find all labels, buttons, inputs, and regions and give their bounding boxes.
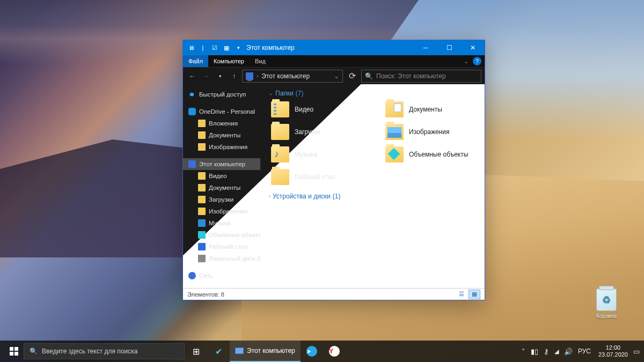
- video-icon: [198, 172, 206, 180]
- sidebar-pc-downloads[interactable]: Загрузки: [183, 194, 260, 205]
- tray-network-icon[interactable]: ◢: [554, 348, 559, 355]
- start-button[interactable]: [4, 341, 24, 362]
- tray-language[interactable]: РУС: [578, 348, 591, 355]
- group-header-folders[interactable]: ⌄ Папки (7): [267, 88, 478, 101]
- star-icon: [188, 91, 196, 98]
- folder-videos[interactable]: Видео: [271, 101, 364, 117]
- pc-icon: [188, 160, 196, 168]
- refresh-button[interactable]: ⟳: [345, 70, 359, 83]
- folder-documents[interactable]: Документы: [385, 101, 478, 117]
- sidebar-pc-localdisk[interactable]: Локальный диск (C:): [183, 253, 260, 264]
- nav-toolbar: ← → ▾ ↑ › Этот компьютер ⌄ ⟳ 🔍 Поиск: Эт…: [183, 67, 485, 84]
- ribbon-tab-file[interactable]: Файл: [183, 55, 208, 67]
- sidebar-pc-videos[interactable]: Видео: [183, 170, 260, 182]
- search-box[interactable]: 🔍 Поиск: Этот компьютер: [361, 70, 481, 83]
- qat-dropdown-icon[interactable]: ▾: [233, 43, 243, 53]
- task-view-button[interactable]: ⊞: [185, 341, 207, 362]
- folder-icon: [271, 169, 289, 185]
- status-item-count: Элементов: 8: [187, 291, 224, 298]
- folder-icon: [198, 131, 206, 139]
- content-pane: ⌄ Папки (7) Видео Документы Загрузки Изо…: [260, 84, 485, 288]
- folder-desktop[interactable]: Рабочий стол: [271, 169, 364, 185]
- ribbon-tab-computer[interactable]: Компьютер: [208, 55, 250, 67]
- nav-forward-button[interactable]: →: [200, 70, 212, 83]
- taskbar-todo-icon[interactable]: ✔: [207, 341, 230, 362]
- folder-icon: [271, 124, 289, 140]
- help-icon[interactable]: ?: [473, 57, 481, 65]
- folder-icon: [385, 124, 404, 140]
- taskbar-app-explorer[interactable]: Этот компьютер: [230, 341, 301, 362]
- search-icon: 🔍: [365, 72, 373, 80]
- sidebar-pc-music[interactable]: Музыка: [183, 217, 260, 229]
- cube-icon: [198, 231, 206, 239]
- svg-rect-2: [10, 352, 13, 356]
- ribbon-tab-view[interactable]: Вид: [250, 55, 271, 67]
- windows-icon: [10, 347, 18, 356]
- ribbon-tabs: Файл Компьютер Вид ⌄ ?: [183, 55, 485, 67]
- taskbar: 🔍 Введите здесь текст для поиска ⊞ ✔ Это…: [0, 341, 644, 362]
- folder-pictures[interactable]: Изображения: [385, 124, 478, 140]
- navigation-pane: Быстрый доступ OneDrive - Personal Вложе…: [183, 84, 260, 288]
- close-button[interactable]: ✕: [461, 40, 485, 55]
- pc-mini-icon: 🖥: [186, 43, 196, 53]
- sidebar-pc-documents[interactable]: Документы: [183, 182, 260, 194]
- system-tray: ˄ ▮▯ ⚷ ◢ 🔊 РУС 12:00 23.07.2020 ▭: [522, 344, 640, 358]
- tray-volume-icon[interactable]: 🔊: [564, 348, 573, 356]
- quick-access-toolbar: 🖥 | ☑ ▦ ▾: [186, 43, 243, 53]
- tray-notifications-icon[interactable]: ▭: [633, 348, 640, 356]
- tray-clock[interactable]: 12:00 23.07.2020: [598, 344, 628, 358]
- group-header-devices[interactable]: › Устройства и диски (1): [267, 193, 478, 200]
- sidebar-pc-desktop[interactable]: Рабочий стол: [183, 241, 260, 253]
- qat-newfolder-icon[interactable]: ▦: [222, 43, 231, 53]
- sidebar-network[interactable]: Сеть: [183, 270, 260, 282]
- search-placeholder: Поиск: Этот компьютер: [376, 72, 446, 80]
- tray-chevron-up-icon[interactable]: ˄: [522, 348, 525, 356]
- tray-date: 23.07.2020: [598, 351, 628, 358]
- search-icon: 🔍: [30, 348, 38, 355]
- disk-icon: [198, 255, 206, 262]
- nav-recent-dropdown[interactable]: ▾: [214, 70, 226, 83]
- folder-icon: [198, 143, 206, 151]
- taskbar-yandex-icon[interactable]: Y: [323, 341, 346, 362]
- address-bar[interactable]: › Этот компьютер ⌄: [242, 70, 343, 83]
- sidebar-od-attachments[interactable]: Вложения: [183, 117, 260, 129]
- sidebar-od-pictures[interactable]: Изображения: [183, 141, 260, 153]
- sidebar-pc-pictures[interactable]: Изображения: [183, 205, 260, 217]
- sidebar-od-documents[interactable]: Документы: [183, 129, 260, 141]
- sidebar-quick-access[interactable]: Быстрый доступ: [183, 88, 260, 100]
- nav-up-button[interactable]: ↑: [228, 70, 240, 83]
- taskbar-telegram-icon[interactable]: ➤: [301, 341, 323, 362]
- music-icon: [198, 219, 206, 227]
- sidebar-onedrive[interactable]: OneDrive - Personal: [183, 106, 260, 117]
- titlebar[interactable]: 🖥 | ☑ ▦ ▾ Этот компьютер ─ ☐ ✕: [183, 40, 485, 55]
- view-details-button[interactable]: ☰: [456, 290, 467, 299]
- folder-icon: [198, 196, 206, 203]
- nav-back-button[interactable]: ←: [186, 70, 198, 83]
- sidebar-pc-3dobjects[interactable]: Объемные объекты: [183, 229, 260, 241]
- tray-wifi-icon[interactable]: ⚷: [544, 348, 549, 356]
- tray-time: 12:00: [598, 344, 628, 351]
- view-icons-button[interactable]: ▦: [469, 290, 480, 299]
- folder-music[interactable]: Музыка: [271, 146, 364, 162]
- address-dropdown-icon[interactable]: ⌄: [334, 72, 339, 80]
- window-title: Этот компьютер: [246, 44, 414, 51]
- trash-icon: [596, 289, 617, 311]
- folder-3dobjects[interactable]: Объемные объекты: [385, 146, 478, 162]
- minimize-button[interactable]: ─: [414, 40, 437, 55]
- folder-icon: [271, 146, 289, 162]
- svg-rect-3: [14, 352, 18, 356]
- sidebar-this-pc[interactable]: Этот компьютер: [183, 158, 260, 170]
- network-icon: [188, 272, 196, 279]
- pc-icon: [246, 72, 253, 80]
- folder-downloads[interactable]: Загрузки: [271, 124, 364, 140]
- ribbon-collapse-icon[interactable]: ⌄: [464, 58, 469, 65]
- taskbar-search[interactable]: 🔍 Введите здесь текст для поиска: [24, 343, 185, 359]
- qat-properties-icon[interactable]: ☑: [210, 43, 219, 53]
- file-explorer-window: 🖥 | ☑ ▦ ▾ Этот компьютер ─ ☐ ✕ Файл Комп…: [182, 40, 485, 300]
- tray-battery-icon[interactable]: ▮▯: [531, 348, 538, 356]
- maximize-button[interactable]: ☐: [437, 40, 461, 55]
- svg-rect-0: [10, 347, 13, 351]
- folder-icon: [271, 101, 289, 117]
- recycle-bin-desktop-icon[interactable]: Корзина: [590, 289, 623, 319]
- chevron-right-icon: ›: [257, 73, 258, 79]
